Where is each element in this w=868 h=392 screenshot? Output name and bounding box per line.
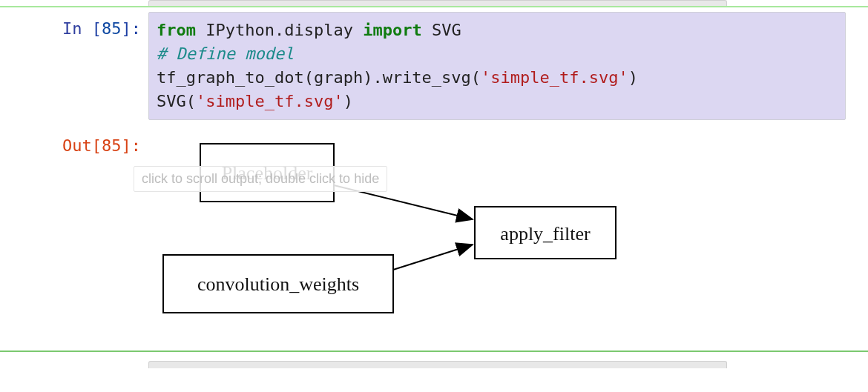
graph-node-applyfilter-label: apply_filter bbox=[500, 223, 591, 245]
prev-cell-stub bbox=[148, 0, 727, 6]
output-scroll-tooltip: click to scroll output; double click to … bbox=[134, 166, 387, 192]
input-prompt: In [85]: bbox=[0, 12, 148, 120]
graph-node-convweights-label: convolution_weights bbox=[197, 273, 359, 295]
out-prefix: Out bbox=[62, 136, 92, 155]
output-cell: Out[85]: click to scroll output; double … bbox=[0, 124, 868, 351]
code-line3-pre: tf_graph_to_dot(graph).write_svg( bbox=[157, 68, 481, 87]
kw-from: from bbox=[157, 21, 196, 39]
comment: # Define model bbox=[157, 44, 294, 63]
module-name: IPython.display bbox=[196, 21, 363, 39]
bracket-close-out: ]: bbox=[122, 136, 142, 155]
input-cell: In [85]: from IPython.display import SVG… bbox=[0, 7, 868, 124]
exec-count: 85 bbox=[102, 19, 122, 38]
code-line3-post: ) bbox=[628, 68, 638, 87]
code-line4-pre: SVG( bbox=[157, 92, 196, 110]
code-line3-str: 'simple_tf.svg' bbox=[481, 68, 628, 87]
gap bbox=[0, 352, 868, 361]
bracket-close: ]: bbox=[122, 19, 142, 38]
graph-svg: Placeholder convolution_weights apply_fi… bbox=[148, 136, 668, 329]
graph-edge-convweights-to-apply bbox=[393, 245, 473, 270]
kw-import: import bbox=[363, 21, 421, 39]
code-input[interactable]: from IPython.display import SVG # Define… bbox=[148, 12, 846, 120]
output-area[interactable]: click to scroll output; double click to … bbox=[148, 129, 868, 346]
in-prefix: In bbox=[62, 19, 92, 38]
output-prompt: Out[85]: bbox=[0, 129, 148, 155]
next-cell-stub bbox=[148, 361, 727, 368]
exec-count-out: 85 bbox=[102, 136, 122, 155]
bracket-open-out: [ bbox=[92, 136, 102, 155]
code-line4-str: 'simple_tf.svg' bbox=[196, 92, 343, 110]
code-line4-post: ) bbox=[343, 92, 353, 110]
import-name: SVG bbox=[422, 21, 461, 39]
bracket-open: [ bbox=[92, 19, 102, 38]
